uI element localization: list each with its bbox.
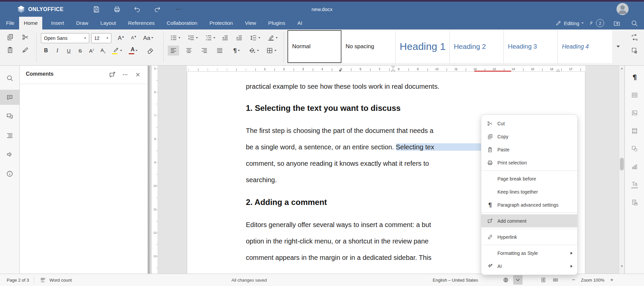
scrollbar-thumb[interactable]: [620, 158, 624, 170]
word-count-label[interactable]: Word count: [50, 278, 72, 283]
highlight-color-button[interactable]: [110, 46, 125, 56]
font-color-button[interactable]: A: [127, 46, 142, 56]
tab-insert[interactable]: Insert: [46, 17, 69, 29]
align-right-button[interactable]: [199, 46, 210, 56]
decrease-font-button[interactable]: A▼: [128, 33, 140, 43]
menu-item-hyperlink[interactable]: Hyperlink: [481, 230, 577, 243]
spellcheck-button[interactable]: [513, 275, 523, 285]
menu-item-cut[interactable]: Cut: [481, 117, 577, 130]
style-heading-3[interactable]: Heading 3: [504, 30, 558, 63]
subscript-button[interactable]: A2: [98, 46, 108, 56]
shading-button[interactable]: [246, 46, 261, 56]
cut-button[interactable]: [20, 32, 31, 42]
sidebar-search-button[interactable]: [0, 70, 19, 85]
tab-layout[interactable]: Layout: [96, 17, 121, 29]
add-comment-button[interactable]: [107, 70, 117, 80]
change-case-button[interactable]: Aa: [141, 33, 156, 43]
table-settings-button[interactable]: [628, 88, 642, 102]
more-actions-button[interactable]: [172, 4, 184, 15]
shape-settings-button[interactable]: [628, 142, 642, 156]
chart-settings-button[interactable]: [628, 160, 642, 174]
clear-style-button[interactable]: [144, 46, 156, 56]
fit-width-button[interactable]: [551, 275, 560, 285]
page-indicator[interactable]: Page 2 of 3: [7, 278, 29, 283]
increase-font-button[interactable]: A▲: [115, 33, 127, 43]
horizontal-ruler[interactable]: 1234567891011121314151617: [187, 66, 585, 72]
tab-home[interactable]: Home: [19, 17, 42, 29]
menu-item-keep-lines-together[interactable]: Keep lines together: [481, 185, 577, 198]
sidebar-navigation-button[interactable]: [0, 128, 19, 143]
styles-expand-button[interactable]: [613, 42, 623, 52]
tab-plugins[interactable]: Plugins: [264, 17, 290, 29]
menu-item-page-break-before[interactable]: Page break before: [481, 172, 577, 185]
comments-more-button[interactable]: [120, 70, 130, 80]
zoom-level[interactable]: Zoom 100%: [578, 278, 607, 283]
image-settings-button[interactable]: [628, 106, 642, 120]
menu-item-formatting-as-style[interactable]: Formatting as Style: [481, 246, 577, 260]
share-button[interactable]: [611, 18, 623, 28]
multilevel-list-button[interactable]: [203, 33, 217, 43]
nonprinting-chars-button[interactable]: ¶: [229, 46, 244, 56]
replace-button[interactable]: [629, 32, 640, 42]
underline-button[interactable]: U: [64, 46, 74, 56]
bold-button[interactable]: B: [41, 46, 51, 56]
paste-button[interactable]: [4, 45, 16, 55]
tab-draw[interactable]: Draw: [71, 17, 93, 29]
word-count-button[interactable]: [39, 275, 47, 285]
menu-item-ai[interactable]: AI: [481, 260, 577, 273]
align-left-button[interactable]: [168, 46, 179, 56]
numbering-button[interactable]: [185, 33, 200, 43]
redo-button[interactable]: [152, 4, 163, 15]
search-button[interactable]: [629, 18, 640, 28]
increase-indent-button[interactable]: [233, 33, 245, 43]
undo-button[interactable]: [131, 4, 143, 15]
menu-item-copy[interactable]: Copy: [481, 130, 577, 143]
header-footer-button[interactable]: [628, 124, 642, 138]
style-heading-1[interactable]: Heading 1: [396, 30, 450, 63]
scroll-down-icon[interactable]: ▼: [620, 265, 624, 268]
menu-item-paragraph-advanced-settings[interactable]: ¶Paragraph advanced settings: [481, 198, 577, 211]
align-center-button[interactable]: [183, 46, 195, 56]
menu-item-print-selection[interactable]: Print selection: [481, 156, 577, 169]
set-language-button[interactable]: [501, 275, 511, 285]
line-spacing-button[interactable]: [248, 33, 262, 43]
zoom-in-button[interactable]: +: [607, 275, 616, 285]
save-button[interactable]: [91, 4, 102, 15]
tab-file[interactable]: File: [1, 17, 19, 29]
style-heading-4[interactable]: Heading 4: [558, 30, 612, 63]
tab-references[interactable]: References: [123, 17, 159, 29]
users-button[interactable]: 2: [590, 18, 605, 28]
borders-button[interactable]: [264, 46, 278, 56]
font-size-select[interactable]: 12: [91, 33, 111, 43]
print-button[interactable]: [111, 4, 123, 15]
fit-page-button[interactable]: [539, 275, 548, 285]
sidebar-feedback-button[interactable]: [0, 147, 19, 162]
sidebar-chat-button[interactable]: [0, 109, 19, 124]
style-no-spacing[interactable]: No spacing: [341, 30, 395, 63]
paragraph-settings-button[interactable]: ¶: [628, 70, 642, 84]
tab-collaboration[interactable]: Collaboration: [162, 17, 202, 29]
tab-ai[interactable]: AI: [292, 17, 307, 29]
vertical-scrollbar[interactable]: ▲ ▼: [619, 66, 624, 274]
paragraph-color-button[interactable]: [265, 33, 280, 43]
superscript-button[interactable]: A2: [87, 46, 97, 56]
menu-item-add-comment[interactable]: Add comment: [481, 214, 577, 227]
bullets-button[interactable]: [168, 33, 182, 43]
sidebar-about-button[interactable]: [0, 166, 19, 181]
copy-button[interactable]: [4, 32, 16, 42]
style-heading-2[interactable]: Heading 2: [450, 30, 504, 63]
align-justify-button[interactable]: [214, 46, 225, 56]
scroll-up-icon[interactable]: ▲: [620, 67, 624, 70]
strikethrough-button[interactable]: S: [75, 46, 85, 56]
tab-view[interactable]: View: [240, 17, 261, 29]
sidebar-comments-button[interactable]: [0, 90, 19, 105]
tab-protection[interactable]: Protection: [205, 17, 237, 29]
copy-style-button[interactable]: [20, 45, 31, 55]
zoom-out-button[interactable]: −: [569, 275, 578, 285]
decrease-indent-button[interactable]: [219, 33, 231, 43]
font-name-select[interactable]: Open Sans: [41, 33, 89, 43]
style-normal[interactable]: Normal: [287, 30, 341, 63]
comments-close-button[interactable]: [133, 70, 143, 80]
right-indent-marker[interactable]: [556, 68, 560, 72]
avatar[interactable]: [616, 3, 629, 15]
